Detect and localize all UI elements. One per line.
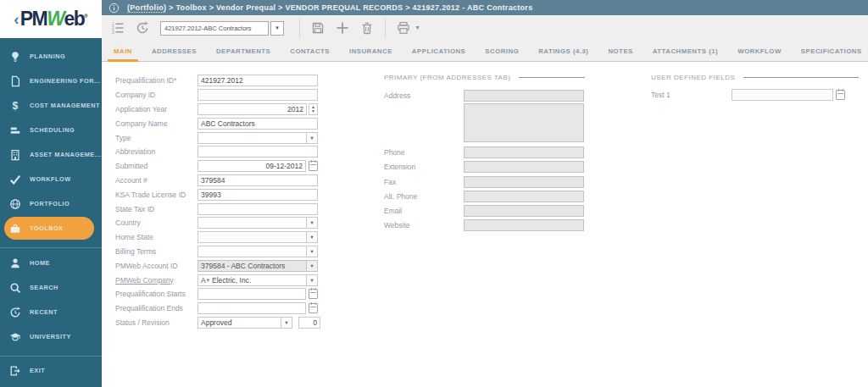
record-selector-dropdown-button[interactable]: ▼ (270, 21, 284, 36)
delete-record-icon[interactable] (360, 21, 374, 35)
tab-main[interactable]: MAIN (114, 41, 132, 62)
sidebar-item-recent[interactable]: RECENT (0, 300, 102, 324)
field-select-billing-terms[interactable]: ▼ (198, 246, 318, 257)
sidebar-item-home[interactable]: HOME (0, 251, 102, 275)
tab-addresses[interactable]: ADDRESSES (152, 41, 197, 62)
field-control (464, 90, 584, 102)
field-label: Submitted (115, 162, 198, 170)
chevron-down-icon[interactable]: ▼ (306, 275, 317, 285)
sidebar-item-engineering-for[interactable]: ENGINEERING FOR... (0, 69, 102, 93)
sidebar-secondary-group: HOMESEARCHRECENTUNIVERSITY (0, 251, 102, 349)
field-input-ksa-trade-license-id[interactable] (198, 189, 318, 201)
tab-insurance[interactable]: INSURANCE (349, 41, 392, 62)
sidebar-item-exit[interactable]: EXIT (0, 358, 102, 383)
tab-departments[interactable]: DEPARTMENTS (216, 41, 270, 62)
add-record-icon[interactable] (336, 21, 349, 35)
field-input-account[interactable] (198, 174, 318, 186)
sidebar-item-portfolio[interactable]: PORTFOLIO (0, 191, 102, 216)
form-row: Test 1 (651, 88, 859, 102)
field-input-company-id[interactable] (198, 89, 318, 101)
info-icon[interactable] (108, 3, 120, 14)
calendar-icon[interactable] (309, 289, 318, 299)
sidebar-item-asset-manageme[interactable]: ASSET MANAGEME... (0, 142, 102, 167)
select-value (198, 218, 306, 228)
field-input-website (464, 219, 584, 231)
tab-scoring[interactable]: SCORING (485, 41, 519, 62)
form-row: Application Year▲▼ (115, 102, 337, 117)
field-input-abbreviation[interactable] (198, 146, 318, 158)
chevron-down-icon[interactable]: ▼ (306, 133, 317, 143)
calendar-icon[interactable] (309, 161, 318, 171)
sidebar-item-cost-management[interactable]: $COST MANAGEMENT (0, 93, 102, 118)
tab-applications[interactable]: APPLICATIONS (412, 41, 465, 62)
form-row: KSA Trade License ID (115, 187, 337, 202)
field-control (464, 176, 584, 188)
tab-workflow[interactable]: WORKFLOW (737, 41, 782, 62)
sidebar-item-toolbox[interactable]: TOOLBOX (4, 217, 94, 240)
print-options-caret-icon[interactable]: ▼ (415, 25, 420, 30)
field-input-state-tax-id[interactable] (198, 203, 318, 215)
form-row: Email (384, 203, 585, 218)
field-input-test-1[interactable] (732, 89, 833, 101)
search-icon (9, 282, 21, 294)
field-input-prequalification-starts[interactable] (198, 288, 306, 300)
sidebar-item-planning[interactable]: PLANNING (0, 44, 102, 69)
calendar-icon[interactable] (309, 303, 318, 313)
lightbulb-icon (9, 51, 21, 63)
field-select-country[interactable]: ▼ (198, 217, 318, 229)
field-input-company-name[interactable] (198, 118, 318, 130)
calendar-icon[interactable] (836, 90, 845, 100)
form-row: State Tax ID (115, 202, 337, 216)
breadcrumb-portfolio-link[interactable]: (Portfolio) (127, 3, 166, 12)
tab-ratings-4-3[interactable]: RATINGS (4.3) (538, 41, 588, 62)
records-list-icon[interactable]: 123 (111, 21, 125, 35)
record-selector-input[interactable] (160, 21, 269, 36)
print-icon[interactable] (397, 21, 410, 35)
pmweb-logo[interactable]: ‹ PMWeb® (0, 0, 102, 38)
field-input-address (464, 90, 584, 102)
sidebar-item-label: SCHEDULING (30, 126, 75, 134)
field-control: A+ Electric, Inc.▼ (198, 274, 318, 286)
tab-notes[interactable]: NOTES (608, 41, 632, 62)
collapse-chevron-icon[interactable]: ‹ (14, 11, 19, 27)
field-input-application-year[interactable] (198, 103, 307, 115)
save-icon[interactable] (311, 21, 325, 35)
chevron-down-icon[interactable]: ▼ (281, 318, 292, 328)
field-label: Application Year (115, 105, 198, 113)
sidebar-item-scheduling[interactable]: SCHEDULING (0, 118, 102, 142)
form-row: Account # (115, 174, 337, 188)
field-control (198, 89, 318, 101)
tab-attachments-1[interactable]: ATTACHMENTS (1) (653, 41, 718, 62)
tab-specifications[interactable]: SPECIFICATIONS (801, 41, 862, 62)
chevron-down-icon[interactable]: ▼ (306, 232, 317, 242)
chevron-down-icon[interactable]: ▼ (306, 246, 317, 257)
field-label: Abbreviation (115, 147, 198, 156)
field-input-prequalification-id[interactable] (198, 75, 318, 86)
field-select-pmweb-company[interactable]: A+ Electric, Inc.▼ (198, 274, 318, 286)
field-control: ▼ (198, 217, 318, 229)
record-history-icon[interactable] (136, 21, 149, 35)
field-control (464, 191, 584, 202)
form-row: Submitted (115, 159, 337, 174)
document-icon (9, 75, 21, 87)
field-select-type[interactable]: ▼ (198, 132, 318, 144)
form-row: Billing Terms▼ (115, 245, 337, 259)
tab-contacts[interactable]: CONTACTS (290, 41, 330, 62)
field-input-revision[interactable] (298, 317, 320, 329)
chevron-down-icon[interactable]: ▼ (306, 218, 317, 228)
field-select-status-revision[interactable]: Approved▼ (198, 317, 292, 329)
field-input-prequalification-ends[interactable] (198, 302, 306, 314)
sidebar-item-search[interactable]: SEARCH (0, 275, 102, 300)
number-spinner[interactable]: ▲▼ (309, 103, 318, 115)
field-select-home-state[interactable]: ▼ (198, 231, 318, 243)
field-control (198, 160, 318, 172)
briefcase-icon (9, 223, 21, 235)
sidebar-item-label: EXIT (30, 367, 45, 374)
field-label[interactable]: PMWeb Company (115, 276, 198, 285)
sidebar-item-workflow[interactable]: WORKFLOW (0, 167, 102, 191)
field-control (464, 219, 584, 231)
sidebar-item-university[interactable]: UNIVERSITY (0, 324, 102, 349)
primary-address-section: PRIMARY (FROM ADDRESSES TAB) AddressPhon… (384, 72, 585, 233)
field-input-submitted[interactable] (198, 160, 306, 172)
exit-icon (9, 365, 21, 377)
